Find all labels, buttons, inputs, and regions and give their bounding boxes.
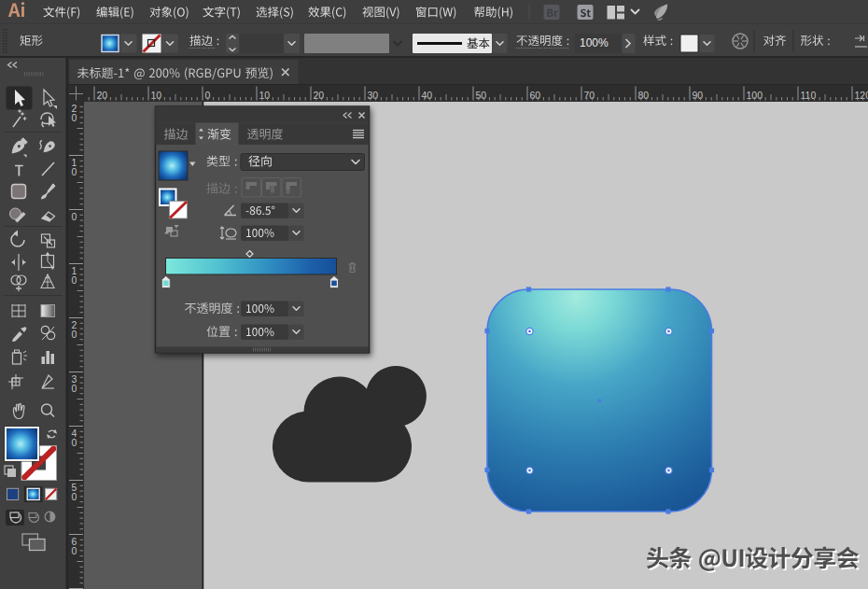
svg-text:90: 90 bbox=[693, 90, 704, 101]
svg-text:80: 80 bbox=[638, 90, 650, 101]
svg-text:100%: 100% bbox=[580, 36, 609, 49]
svg-text:0: 0 bbox=[72, 166, 77, 177]
svg-text:0: 0 bbox=[72, 112, 77, 123]
svg-text:0: 0 bbox=[72, 437, 77, 448]
svg-text:0: 0 bbox=[72, 491, 77, 502]
svg-text:10: 10 bbox=[151, 90, 162, 101]
svg-text:50: 50 bbox=[476, 90, 487, 101]
svg-text:40: 40 bbox=[422, 90, 433, 101]
svg-text:0: 0 bbox=[72, 274, 77, 286]
svg-text:110: 110 bbox=[801, 90, 817, 101]
svg-text:120: 120 bbox=[855, 90, 868, 101]
svg-text:70: 70 bbox=[584, 90, 595, 101]
svg-text:0: 0 bbox=[72, 383, 77, 394]
svg-text:0: 0 bbox=[72, 329, 77, 340]
svg-text:20: 20 bbox=[97, 90, 108, 101]
svg-text:10: 10 bbox=[259, 90, 271, 101]
svg-text:30: 30 bbox=[368, 90, 379, 101]
svg-text:60: 60 bbox=[530, 90, 541, 101]
svg-text:0: 0 bbox=[72, 211, 77, 222]
svg-text:20: 20 bbox=[314, 90, 325, 101]
svg-text:0: 0 bbox=[72, 545, 77, 556]
